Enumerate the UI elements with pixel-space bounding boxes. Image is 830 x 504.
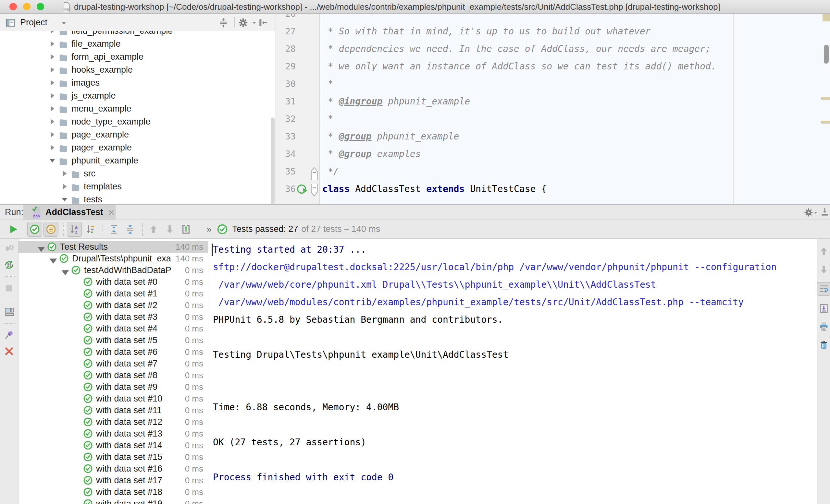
error-stripe-mark[interactable] xyxy=(821,121,830,124)
fold-end-icon[interactable] xyxy=(309,165,320,178)
chevron-right-icon[interactable] xyxy=(60,182,69,191)
sort-alphabetically-button[interactable]: az xyxy=(67,222,82,237)
zoom-window-button[interactable] xyxy=(37,3,44,10)
chevron-down-icon[interactable] xyxy=(60,195,69,204)
previous-occurrence-button[interactable] xyxy=(146,222,161,237)
editor-line[interactable]: 26 xyxy=(276,13,830,22)
run-play-button[interactable] xyxy=(6,222,21,237)
print-button[interactable] xyxy=(818,321,829,332)
test-tree-item[interactable]: with data set #120 ms xyxy=(19,416,208,428)
restore-layout-button[interactable] xyxy=(4,306,14,317)
project-tree-item[interactable]: pager_example xyxy=(0,141,275,154)
chevron-right-icon[interactable] xyxy=(60,169,69,178)
gear-icon[interactable] xyxy=(804,208,813,217)
test-tree-item[interactable]: with data set #170 ms xyxy=(19,474,208,486)
hide-window-icon[interactable] xyxy=(820,207,829,217)
project-tree-item[interactable]: page_example xyxy=(0,128,275,141)
editor-line[interactable]: 33 * @group phpunit_example xyxy=(276,128,830,145)
project-tree-item[interactable]: file_example xyxy=(0,37,275,50)
show-ignored-button[interactable] xyxy=(43,222,58,237)
hide-panel-icon[interactable] xyxy=(258,18,268,28)
chevron-down-icon[interactable] xyxy=(35,243,47,250)
editor-line[interactable]: 31 * @ingroup phpunit_example xyxy=(276,93,830,110)
rerun-button[interactable] xyxy=(4,260,14,270)
chevron-down-icon[interactable] xyxy=(61,21,67,25)
test-tree-item[interactable]: with data set #180 ms xyxy=(19,486,208,498)
more-chevrons[interactable]: » xyxy=(206,224,212,234)
soft-wrap-button[interactable] xyxy=(817,282,830,296)
test-tree-item[interactable]: with data set #10 ms xyxy=(19,288,208,299)
console-link-line[interactable]: /var/www/web/modules/contrib/examples/ph… xyxy=(213,294,817,311)
collapse-all-button[interactable] xyxy=(123,222,138,237)
chevron-right-icon[interactable] xyxy=(48,143,57,152)
test-tree-item[interactable]: with data set #100 ms xyxy=(19,393,208,404)
chevron-right-icon[interactable] xyxy=(48,53,57,61)
sort-by-duration-button[interactable] xyxy=(83,222,98,237)
test-tree-item[interactable]: with data set #150 ms xyxy=(19,451,208,463)
project-tree-item[interactable]: js_example xyxy=(0,89,275,102)
close-window-button[interactable] xyxy=(9,3,17,10)
test-tree-item[interactable]: with data set #60 ms xyxy=(19,346,208,358)
scroll-to-end-button[interactable] xyxy=(818,303,829,314)
editor-line[interactable]: 29 * we only want an instance of AddClas… xyxy=(276,58,830,75)
import-test-results-button[interactable] xyxy=(179,222,193,237)
run-test-icon[interactable] xyxy=(296,183,309,195)
chevron-right-icon[interactable] xyxy=(48,92,57,100)
next-occurrence-button[interactable] xyxy=(162,222,177,237)
chevron-right-icon[interactable] xyxy=(48,104,57,113)
test-tree-item[interactable]: with data set #160 ms xyxy=(19,463,208,474)
close-button[interactable] xyxy=(4,346,14,357)
test-tree-item[interactable]: testAddWithBadDataProvide0 ms xyxy=(19,264,208,276)
chevron-right-icon[interactable] xyxy=(48,66,57,74)
project-tree-item[interactable]: menu_example xyxy=(0,102,275,115)
test-tree-item[interactable]: with data set #30 ms xyxy=(19,311,208,323)
project-tree-item[interactable]: src xyxy=(0,167,275,180)
test-tree-item[interactable]: with data set #00 ms xyxy=(19,276,208,288)
editor-line[interactable]: 32 * xyxy=(276,110,830,128)
project-tree-item[interactable]: node_type_example xyxy=(0,115,275,128)
chevron-right-icon[interactable] xyxy=(48,117,57,126)
chevron-down-icon[interactable] xyxy=(813,211,818,215)
rerun-failed-tests-button[interactable]: ! xyxy=(4,243,14,254)
chevron-down-icon[interactable] xyxy=(47,255,59,262)
editor-scrollbar[interactable] xyxy=(824,45,829,64)
project-tree-item[interactable]: templates xyxy=(0,180,275,193)
project-scrollbar[interactable] xyxy=(271,117,275,204)
collapse-panel-icon[interactable] xyxy=(218,18,228,28)
test-tree-item[interactable]: with data set #190 ms xyxy=(19,498,208,504)
editor-line[interactable]: 30 * xyxy=(276,75,830,93)
up-stack-trace-button[interactable] xyxy=(818,246,829,257)
editor-line[interactable]: 34 * @group examples xyxy=(276,145,830,163)
close-tab-icon[interactable] xyxy=(108,209,115,216)
test-tree-item[interactable]: with data set #40 ms xyxy=(19,323,208,334)
test-tree-item[interactable]: with data set #90 ms xyxy=(19,381,208,393)
chevron-right-icon[interactable] xyxy=(48,31,57,35)
test-tree-item[interactable]: with data set #70 ms xyxy=(19,358,208,369)
test-tree-item[interactable]: with data set #50 ms xyxy=(19,334,208,346)
console-output[interactable]: Testing started at 20:37 ...sftp://docke… xyxy=(209,239,817,504)
fold-start-icon[interactable] xyxy=(309,182,320,195)
project-tree-item[interactable]: phpunit_example xyxy=(0,154,275,167)
project-tree-item[interactable]: images xyxy=(0,76,275,89)
run-tab-addclasstest[interactable]: php AddClassTest xyxy=(23,205,116,220)
editor-line[interactable]: 27 * So with that in mind, it's up to us… xyxy=(276,22,830,40)
test-tree-item[interactable]: with data set #140 ms xyxy=(19,439,208,451)
show-passed-button[interactable] xyxy=(27,222,42,237)
gear-icon[interactable] xyxy=(238,18,248,28)
test-tree-item[interactable]: Test Results140 ms xyxy=(19,241,208,253)
editor-line[interactable]: 28 * dependencies we need. In the case o… xyxy=(276,40,830,58)
console-link-line[interactable]: sftp://docker@drupaltest.docksal:2225/us… xyxy=(213,259,817,276)
expand-all-button[interactable] xyxy=(106,222,121,237)
test-tree-item[interactable]: with data set #110 ms xyxy=(19,404,208,416)
error-stripe-mark[interactable] xyxy=(823,14,830,22)
chevron-down-icon[interactable] xyxy=(59,267,71,274)
pin-tab-button[interactable] xyxy=(4,330,14,340)
project-panel-title[interactable]: Project xyxy=(20,18,47,28)
project-tree-item[interactable]: field_permission_example xyxy=(0,31,275,37)
chevron-right-icon[interactable] xyxy=(48,130,57,139)
code-editor[interactable]: 2627 * So with that in mind, it's up to … xyxy=(276,13,830,204)
project-tree-item[interactable]: tests xyxy=(0,193,275,204)
chevron-down-icon[interactable] xyxy=(48,156,57,165)
test-tree-item[interactable]: with data set #20 ms xyxy=(19,299,208,311)
editor-line[interactable]: 36class AddClassTest extends UnitTestCas… xyxy=(276,180,830,198)
